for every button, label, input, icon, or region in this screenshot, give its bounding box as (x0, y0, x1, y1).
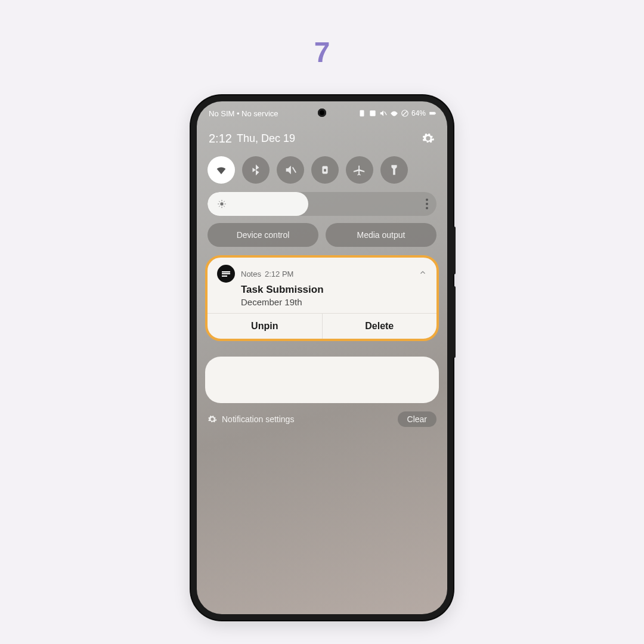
battery-saver-icon (358, 109, 366, 117)
quick-settings (197, 156, 447, 184)
notification-time: 2:12 PM (265, 270, 293, 278)
qs-bluetooth[interactable] (242, 156, 270, 184)
status-icons: 64% (358, 109, 436, 117)
svg-line-17 (219, 206, 219, 206)
qs-rotation-lock[interactable] (311, 156, 339, 184)
svg-line-18 (224, 201, 224, 202)
shade-footer: Notification settings Clear (208, 411, 436, 427)
svg-line-16 (224, 206, 224, 206)
notification-body: December 19th (241, 297, 427, 307)
no-signal-icon (401, 109, 409, 117)
svg-line-7 (293, 167, 296, 172)
notification-card[interactable]: Notes 2:12 PM Task Submission December 1… (205, 255, 439, 341)
wifi-icon (215, 163, 228, 177)
control-pill-row: Device control Media output (208, 223, 436, 247)
settings-button[interactable] (421, 131, 435, 145)
nfc-icon (369, 109, 377, 117)
brightness-slider[interactable] (208, 192, 436, 216)
svg-point-10 (220, 202, 223, 205)
unpin-button[interactable]: Unpin (208, 314, 322, 339)
svg-line-15 (219, 201, 219, 202)
battery-percent: 64% (411, 109, 426, 117)
phone-screen: No SIM • No service 64% 2:12 Thu, Dec 19 (197, 101, 447, 614)
notification-card-empty[interactable] (205, 357, 439, 403)
media-output-button[interactable]: Media output (326, 223, 436, 247)
rotation-lock-icon (318, 163, 332, 177)
qs-mute[interactable] (277, 156, 304, 184)
clear-button[interactable]: Clear (398, 411, 436, 427)
svg-rect-5 (429, 112, 435, 115)
bluetooth-icon (249, 163, 262, 177)
brightness-fill (208, 192, 308, 216)
gear-icon (422, 132, 435, 145)
step-number: 7 (314, 36, 330, 69)
sun-icon (217, 199, 227, 209)
svg-line-4 (402, 112, 407, 116)
phone-frame: No SIM • No service 64% 2:12 Thu, Dec 19 (191, 95, 453, 620)
mute-icon (379, 109, 388, 117)
brightness-more-button[interactable] (426, 199, 428, 209)
notification-title: Task Submission (241, 284, 427, 296)
clock-time: 2:12 (209, 132, 232, 145)
notification-app-name: Notes (241, 270, 261, 278)
front-camera (318, 109, 326, 117)
collapse-button[interactable] (419, 268, 427, 279)
chevron-up-icon (419, 268, 427, 277)
svg-rect-6 (435, 113, 436, 114)
notes-app-icon (217, 265, 235, 283)
wifi-icon (390, 109, 398, 117)
battery-icon (428, 109, 436, 117)
notification-settings-link[interactable]: Notification settings (222, 414, 294, 424)
svg-rect-9 (324, 169, 326, 172)
delete-button[interactable]: Delete (322, 314, 437, 339)
flashlight-icon (388, 163, 401, 177)
clock-row: 2:12 Thu, Dec 19 (197, 131, 447, 145)
qs-airplane[interactable] (346, 156, 373, 184)
status-text: No SIM • No service (209, 109, 358, 118)
airplane-icon (353, 163, 366, 177)
svg-rect-0 (360, 110, 364, 117)
svg-rect-1 (370, 110, 375, 116)
svg-line-2 (385, 112, 387, 115)
mute-icon (284, 163, 297, 177)
device-control-button[interactable]: Device control (208, 223, 318, 247)
gear-icon (208, 414, 217, 424)
clock-date: Thu, Dec 19 (237, 132, 295, 145)
qs-wifi[interactable] (208, 156, 235, 184)
qs-flashlight[interactable] (380, 156, 408, 184)
